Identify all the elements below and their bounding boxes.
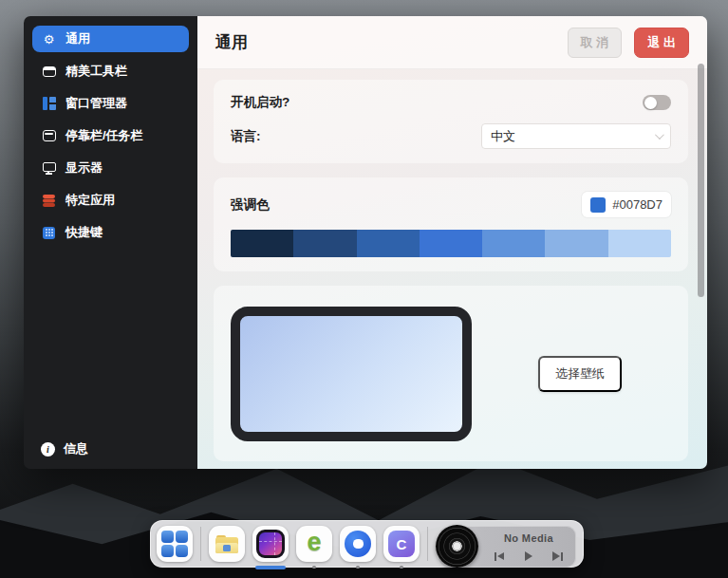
toolbar-icon [41,64,57,80]
monitor-icon [41,160,57,177]
sidebar-item-toolbar[interactable]: 精美工具栏 [32,58,189,84]
sidebar-item-label: 特定应用 [65,192,115,209]
next-track-button[interactable] [552,551,563,561]
exit-button[interactable]: 退 出 [634,28,689,58]
media-widget[interactable]: No Media [438,526,576,568]
desktop: ⚙ 通用 精美工具栏 窗口管理器 停靠栏/任务栏 显示器 特定应用 [0,0,728,578]
sidebar: ⚙ 通用 精美工具栏 窗口管理器 停靠栏/任务栏 显示器 特定应用 [24,16,197,469]
palette-swatch[interactable] [420,230,482,257]
sidebar-item-specific-apps[interactable]: 特定应用 [32,187,189,214]
info-icon: i [41,442,55,457]
general-card: 开机启动? 语言: 中文 [214,80,688,163]
dock-separator [200,527,201,561]
sidebar-item-dock-taskbar[interactable]: 停靠栏/任务栏 [32,122,189,149]
running-indicator [312,566,316,569]
keyboard-icon [41,225,57,241]
blue-circle-app-icon [345,531,371,557]
layers-icon [41,193,57,209]
accent-swatch [590,197,606,213]
cancel-button[interactable]: 取 消 [568,28,623,58]
language-value: 中文 [491,128,515,145]
dock-taskbar-icon [41,128,57,144]
sidebar-item-label: 窗口管理器 [65,95,127,112]
scrollbar-thumb[interactable] [698,64,704,297]
accent-palette[interactable] [231,230,671,257]
palette-swatch[interactable] [545,230,607,257]
dock-item-screenshot-app[interactable] [252,526,289,562]
dock-separator [427,527,428,561]
choose-wallpaper-button[interactable]: 选择壁纸 [538,356,622,392]
palette-swatch[interactable] [608,230,671,257]
palette-swatch[interactable] [231,230,293,257]
screenshot-app-icon [256,530,285,558]
dock: e C No Media [150,520,584,568]
sidebar-item-label: 精美工具栏 [65,63,127,80]
sidebar-item-info[interactable]: i 信息 [41,440,88,457]
dock-item-blue-circle-app[interactable] [340,526,376,562]
palette-swatch[interactable] [482,230,545,257]
sidebar-item-hotkeys[interactable]: 快捷键 [32,219,189,246]
play-button[interactable] [525,551,532,561]
running-indicator [356,566,360,569]
active-app-indicator [255,566,286,570]
language-label: 语言: [231,128,261,145]
sidebar-item-label: 显示器 [65,159,103,177]
settings-content: 开机启动? 语言: 中文 强调色 [197,69,707,469]
settings-window: ⚙ 通用 精美工具栏 窗口管理器 停靠栏/任务栏 显示器 特定应用 [24,16,707,469]
palette-swatch[interactable] [357,230,420,257]
autostart-toggle[interactable] [643,95,671,110]
accent-label: 强调色 [231,196,270,214]
vinyl-record-icon [436,525,478,568]
sidebar-item-general[interactable]: ⚙ 通用 [32,26,189,52]
autostart-label: 开机启动? [231,94,289,111]
window-manager-icon [41,96,57,112]
dock-item-launchpad[interactable] [157,526,193,562]
chevron-down-icon [655,130,664,140]
sidebar-footer-label: 信息 [64,440,88,457]
gear-icon: ⚙ [41,31,57,47]
c-app-icon: C [388,531,415,557]
media-controls [487,551,570,561]
page-title: 通用 [215,31,248,53]
wallpaper-preview [231,307,472,441]
dock-item-browser-360[interactable]: e [296,526,332,562]
folder-icon [215,535,238,553]
sidebar-item-label: 通用 [65,30,90,47]
wallpaper-card: 选择壁纸 [214,286,688,461]
accent-card: 强调色 #0078D7 [214,177,688,271]
media-status: No Media [487,532,570,544]
sidebar-item-display[interactable]: 显示器 [32,155,189,181]
accent-hex-input[interactable]: #0078D7 [582,192,671,217]
dock-item-file-explorer[interactable] [209,526,245,562]
running-indicator [400,566,403,569]
launchpad-icon [161,531,189,558]
dock-item-c-app[interactable]: C [383,526,420,562]
main-panel: 通用 取 消 退 出 开机启动? 语言: 中文 [197,16,707,469]
palette-swatch[interactable] [293,230,356,257]
browser-e-icon: e [307,530,321,555]
sidebar-item-label: 快捷键 [65,224,103,241]
panel-header: 通用 取 消 退 出 [197,16,707,69]
language-select[interactable]: 中文 [481,123,671,149]
previous-track-button[interactable] [495,552,504,561]
sidebar-item-window-manager[interactable]: 窗口管理器 [32,90,189,117]
sidebar-item-label: 停靠栏/任务栏 [65,127,143,144]
accent-hex-value: #0078D7 [612,197,663,212]
